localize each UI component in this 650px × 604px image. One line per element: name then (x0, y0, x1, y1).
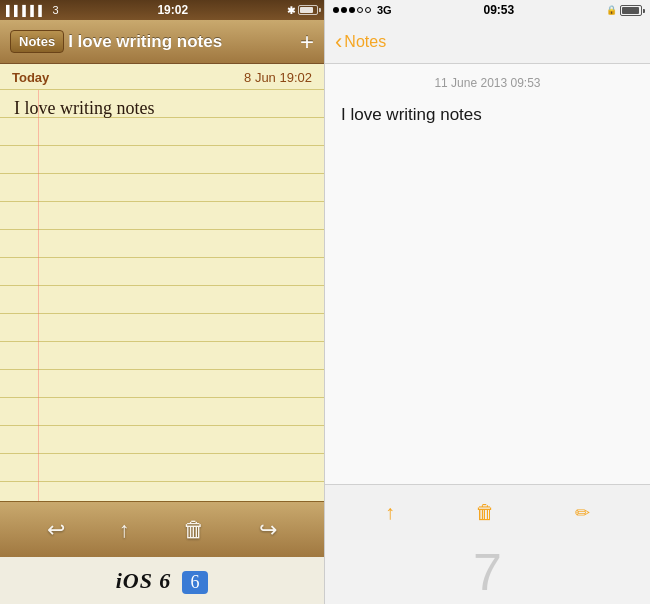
ios7-panel: 3G 09:53 🔒 ‹ Notes 11 June 2013 09:53 I … (325, 0, 650, 604)
ios7-trash-button[interactable]: 🗑 (475, 501, 495, 524)
ios7-version-logo: 7 (325, 540, 650, 604)
ios6-battery-icon (298, 5, 318, 15)
ios6-nav-bar: Notes I love writing notes + (0, 20, 324, 64)
ios7-back-button[interactable]: ‹ Notes (335, 31, 386, 53)
ios6-note-content[interactable]: I love writing notes (0, 90, 324, 501)
ios7-note-date: 11 June 2013 09:53 (341, 64, 634, 98)
ios6-share-button[interactable]: ↑ (119, 517, 130, 543)
ios6-bluetooth-icon: ✱ (287, 5, 295, 16)
ios6-status-right: ✱ (287, 5, 318, 16)
ios7-battery-icon (620, 5, 642, 16)
ios7-compose-button[interactable]: ✏ (575, 502, 590, 524)
signal-dot-1 (333, 7, 339, 13)
ios7-status-bar: 3G 09:53 🔒 (325, 0, 650, 20)
ios7-lock-icon: 🔒 (606, 5, 617, 15)
ios6-note-text: I love writing notes (14, 98, 154, 119)
signal-dot-4 (357, 7, 363, 13)
ios7-nav-bar: ‹ Notes (325, 20, 650, 64)
ios6-status-left: ▌▌▌▌▌ 3 (6, 4, 59, 16)
ios7-toolbar: ↑ 🗑 ✏ (325, 484, 650, 540)
ios6-toolbar: ↩ ↑ 🗑 ↪ (0, 501, 324, 557)
ios6-status-bar: ▌▌▌▌▌ 3 19:02 ✱ (0, 0, 324, 20)
ios7-signal-dots (333, 7, 371, 13)
ios7-back-label: Notes (344, 33, 386, 51)
signal-dot-2 (341, 7, 347, 13)
ios7-content[interactable]: 11 June 2013 09:53 I love writing notes (325, 64, 650, 484)
ios6-version-label: iOS 6 6 (0, 557, 324, 604)
ios6-time: 19:02 (157, 3, 188, 17)
ios6-ruled-lines (0, 90, 324, 501)
ios7-share-button[interactable]: ↑ (385, 501, 395, 524)
ios6-date-time: 8 Jun 19:02 (244, 70, 312, 85)
signal-dot-3 (349, 7, 355, 13)
ios7-status-right: 🔒 (606, 5, 642, 16)
ios6-reply-button[interactable]: ↩ (47, 517, 65, 543)
ios6-forward-button[interactable]: ↪ (259, 517, 277, 543)
ios6-carrier: 3 (52, 4, 58, 16)
ios6-signal: ▌▌▌▌▌ (6, 5, 46, 16)
ios6-back-button[interactable]: Notes (10, 30, 64, 53)
ios7-carrier: 3G (377, 4, 392, 16)
ios7-chevron-icon: ‹ (335, 31, 342, 53)
ios6-today-label: Today (12, 70, 49, 85)
signal-dot-5 (365, 7, 371, 13)
ios6-date-bar: Today 8 Jun 19:02 (0, 64, 324, 90)
ios7-note-text: I love writing notes (341, 102, 634, 128)
ios6-trash-button[interactable]: 🗑 (183, 517, 205, 543)
ios7-time: 09:53 (483, 3, 514, 17)
ios6-add-button[interactable]: + (300, 28, 314, 56)
ios6-nav-title: I love writing notes (68, 32, 300, 52)
ios7-status-left: 3G (333, 4, 392, 16)
ios6-panel: ▌▌▌▌▌ 3 19:02 ✱ Notes I love writing not… (0, 0, 325, 604)
